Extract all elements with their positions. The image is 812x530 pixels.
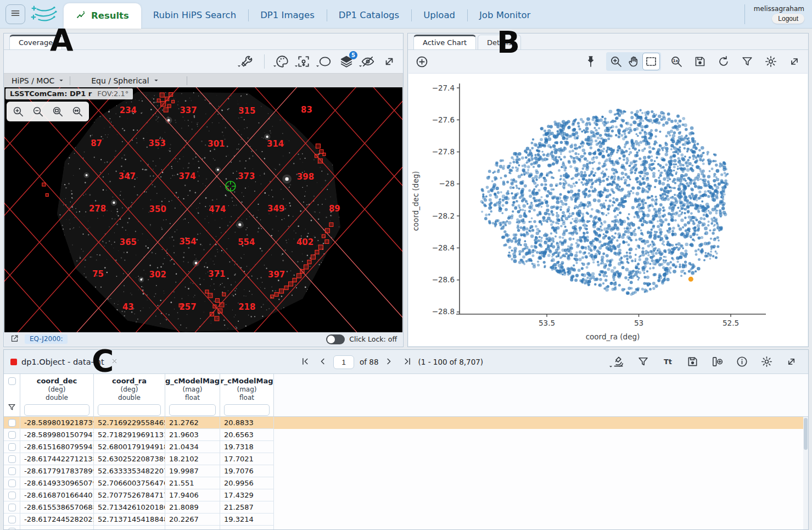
row-checkbox[interactable]: [8, 431, 16, 439]
zoom-out-icon[interactable]: [30, 103, 46, 120]
select-all-checkbox[interactable]: [8, 377, 16, 385]
next-page-button[interactable]: [384, 356, 394, 368]
recenter-icon[interactable]: [295, 53, 312, 70]
row-checkbox[interactable]: [8, 516, 16, 523]
zoom-in-icon[interactable]: [608, 53, 624, 70]
save-icon[interactable]: [684, 354, 701, 370]
tab-active-chart[interactable]: Active Chart: [413, 35, 476, 49]
row-checkbox[interactable]: [8, 467, 16, 475]
svg-text:402: 402: [296, 237, 313, 247]
column-header-g_cModelMag[interactable]: g_cModelMag(mag)float: [165, 374, 220, 416]
chart-area[interactable]: −27.4−27.6−27.8−28−28.2−28.4−28.6−28.853…: [408, 73, 808, 346]
column-filter-input-coord_dec[interactable]: [24, 404, 89, 416]
tools-icon[interactable]: [238, 53, 255, 70]
text-view-icon[interactable]: Tt: [659, 354, 676, 370]
cell-coord_ra: [94, 526, 165, 529]
row-checkbox[interactable]: [8, 528, 16, 530]
nav-tab-rubin-hips-search[interactable]: Rubin HiPS Search: [141, 2, 248, 29]
first-page-button[interactable]: [300, 356, 310, 368]
pin-icon[interactable]: [583, 53, 599, 70]
logout-button[interactable]: Logout: [772, 14, 804, 24]
table-row[interactable]: -28.58980192187390752.7169229558465421.2…: [4, 417, 808, 429]
table-row[interactable]: -28.58998015079471652.7182919691131721.9…: [4, 429, 808, 441]
row-checkbox[interactable]: [8, 504, 16, 511]
filter-icon[interactable]: [635, 354, 651, 370]
row-range-label: (1 - 100 of 8,707): [418, 358, 483, 366]
inspect-icon[interactable]: [610, 354, 626, 370]
cell-g_cModelMag: 18.2102: [165, 453, 220, 465]
filter-icon[interactable]: [739, 53, 755, 70]
svg-text:−27.8: −27.8: [432, 147, 455, 156]
layers-icon[interactable]: 5: [338, 53, 355, 70]
prev-page-button[interactable]: [318, 356, 328, 368]
svg-text:−28.2: −28.2: [432, 211, 455, 220]
last-page-button[interactable]: [402, 356, 412, 368]
nav-tab-dp1-catalogs[interactable]: DP1 Catalogs: [327, 2, 411, 29]
table-row[interactable]: -28.6172445282025952.7137145418848720.22…: [4, 514, 808, 526]
circle-plus-icon[interactable]: [413, 53, 430, 70]
svg-text:−28.8: −28.8: [432, 307, 455, 316]
pan-hand-icon[interactable]: [625, 53, 642, 70]
restore-icon[interactable]: [715, 53, 732, 70]
column-filter-input-coord_ra[interactable]: [98, 404, 161, 416]
zoom-original-icon[interactable]: 1x: [668, 53, 685, 70]
row-checkbox[interactable]: [8, 492, 16, 499]
cell-coord_dec: -28.617442271213836: [20, 453, 94, 465]
scrollbar-thumb[interactable]: [804, 418, 808, 450]
save-icon[interactable]: [692, 53, 708, 70]
coord-system-chip[interactable]: EQ-J2000:: [25, 334, 68, 344]
settings-icon[interactable]: [763, 53, 779, 70]
column-header-coord_dec[interactable]: coord_dec(deg)double: [20, 374, 94, 416]
sky-coverage-image[interactable]: 2343373158387353301314347374373398278350…: [4, 87, 402, 332]
cell-g_cModelMag: 21.0434: [165, 441, 220, 453]
nav-tab-results[interactable]: Results: [64, 3, 141, 29]
info-icon[interactable]: [733, 354, 750, 370]
page-number-input[interactable]: [333, 355, 354, 369]
projection-dropdown[interactable]: Equ / Spherical: [91, 76, 159, 85]
column-header-coord_ra[interactable]: coord_ra(deg)double: [94, 374, 165, 416]
select-rect-icon[interactable]: [643, 53, 659, 70]
zoom-fill-icon[interactable]: [69, 103, 86, 120]
filter-icon[interactable]: [7, 403, 16, 414]
nav-tab-dp1-images[interactable]: DP1 Images: [248, 2, 327, 29]
zoom-in-icon[interactable]: [10, 103, 26, 120]
table-row[interactable]: -28.61687016644013752.70775267847175617.…: [4, 489, 808, 501]
svg-text:−27.6: −27.6: [432, 115, 455, 124]
table-row[interactable]: -28.61493309650799752.7066003756476721.5…: [4, 477, 808, 489]
zoom-fit-icon[interactable]: [49, 103, 66, 120]
table-row[interactable]: -28.61553865706888552.7134261020186321.8…: [4, 501, 808, 514]
row-checkbox[interactable]: [8, 443, 16, 451]
row-checkbox[interactable]: [8, 479, 16, 487]
click-lock-toggle[interactable]: [326, 334, 345, 344]
hips-moc-dropdown[interactable]: HiPS / MOC: [12, 76, 64, 85]
column-header-r_cModelMag[interactable]: r_cModelMag(mag)float: [220, 374, 274, 416]
ellipse-select-icon[interactable]: [317, 53, 333, 70]
table-row[interactable]: -28.61779178378994452.6333353482207619.9…: [4, 465, 808, 477]
visibility-off-icon[interactable]: [360, 53, 376, 70]
svg-text:301: 301: [208, 139, 225, 149]
table-scrollbar[interactable]: [803, 417, 808, 529]
external-link-icon[interactable]: [10, 334, 19, 345]
expand-icon[interactable]: [381, 53, 397, 70]
divider: [264, 54, 265, 69]
scatter-plot: −27.4−27.6−27.8−28−28.2−28.4−28.6−28.853…: [408, 74, 809, 347]
expand-icon[interactable]: [783, 354, 799, 370]
row-checkbox[interactable]: [8, 455, 16, 463]
column-filter-input-r_cModelMag[interactable]: [224, 404, 270, 416]
row-checkbox[interactable]: [8, 419, 16, 427]
settings-icon[interactable]: [758, 354, 775, 370]
table-row[interactable]: -28.61516807959453652.6800179194918821.0…: [4, 441, 808, 453]
column-name: r_cModelMag: [220, 377, 273, 386]
nav-tab-upload[interactable]: Upload: [411, 2, 467, 29]
expand-icon[interactable]: [786, 53, 803, 70]
palette-icon[interactable]: [274, 53, 290, 70]
table-row[interactable]: [4, 526, 808, 529]
hamburger-menu-button[interactable]: [5, 4, 25, 24]
column-filter-input-g_cModelMag[interactable]: [169, 404, 216, 416]
svg-text:365: 365: [120, 237, 137, 247]
table-header: coord_dec(deg)doublecoord_ra(deg)doubleg…: [4, 374, 808, 417]
svg-text:314: 314: [267, 139, 284, 149]
table-row[interactable]: -28.61744227121383652.63025220873894518.…: [4, 453, 808, 465]
cell-coord_dec: -28.615538657068885: [20, 501, 94, 514]
add-column-icon[interactable]: [709, 354, 725, 370]
